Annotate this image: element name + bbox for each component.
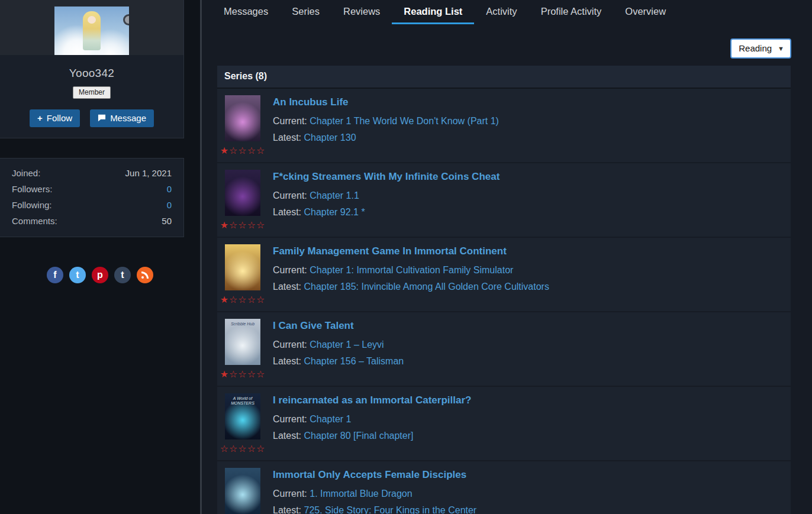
star-empty-icon: ☆ [247, 444, 256, 454]
avatar[interactable] [54, 7, 129, 55]
facebook-icon[interactable]: f [47, 267, 63, 283]
series-info: An Incubus LifeCurrent: Chapter 1 The Wo… [273, 95, 499, 156]
stats-card: Joined:Jun 1, 2021Followers:0Following:0… [0, 158, 184, 237]
series-cover[interactable] [225, 468, 260, 514]
cover-column [224, 468, 261, 514]
current-label: Current: [273, 340, 310, 350]
latest-chapter-link[interactable]: Chapter 92.1 * [304, 207, 365, 217]
latest-chapter-link[interactable]: Chapter 185: Invincible Among All Golden… [304, 282, 549, 292]
cover-column: A World of MONSTERS☆☆☆☆☆ [224, 393, 261, 454]
star-empty-icon: ☆ [256, 369, 265, 379]
tab-reading-list[interactable]: Reading List [392, 0, 474, 24]
cover-column: ★☆☆☆☆ [224, 170, 261, 231]
username: Yooo342 [0, 67, 183, 80]
series-cover[interactable]: A World of MONSTERS [225, 393, 260, 439]
tumblr-icon[interactable]: t [114, 267, 131, 283]
twitter-icon[interactable]: t [69, 267, 86, 283]
series-cover[interactable] [225, 244, 260, 290]
current-chapter-line: Current: Chapter 1 The World We Don't Kn… [273, 113, 499, 130]
star-empty-icon: ☆ [256, 444, 265, 454]
current-chapter-link[interactable]: Chapter 1: Immortal Cultivation Family S… [310, 265, 513, 275]
message-button[interactable]: Message [90, 109, 154, 127]
profile-card: Yooo342 Member + Follow Message [0, 0, 184, 138]
stat-value[interactable]: 0 [167, 184, 172, 195]
star-empty-icon: ☆ [229, 220, 238, 230]
current-chapter-link[interactable]: 1. Immortal Blue Dragon [310, 489, 412, 499]
rating-stars[interactable]: ★☆☆☆☆ [220, 368, 266, 380]
current-chapter-link[interactable]: Chapter 1 [310, 414, 351, 424]
latest-label: Latest: [273, 282, 304, 292]
rss-icon[interactable] [137, 267, 153, 283]
tab-messages[interactable]: Messages [212, 0, 280, 24]
reading-list-item: A World of MONSTERS☆☆☆☆☆I reincarnated a… [217, 387, 791, 460]
member-badge: Member [73, 86, 111, 99]
current-label: Current: [273, 414, 310, 424]
cover-title-text: Scribble Hub [227, 322, 259, 365]
latest-label: Latest: [273, 356, 304, 366]
plus-icon: + [37, 113, 43, 123]
latest-chapter-line: Latest: 725. Side Story: Four Kings in t… [273, 502, 476, 514]
tab-activity[interactable]: Activity [474, 0, 529, 24]
latest-chapter-link[interactable]: Chapter 80 [Final chapter] [304, 431, 413, 441]
stat-value: 50 [162, 216, 172, 227]
latest-chapter-link[interactable]: Chapter 130 [304, 132, 356, 143]
star-empty-icon: ☆ [247, 220, 256, 230]
filter-row: Reading ▼ [202, 24, 812, 59]
series-title-link[interactable]: Family Management Game In Immortal Conti… [273, 245, 507, 257]
current-chapter-link[interactable]: Chapter 1 The World We Don't Know (Part … [310, 116, 499, 126]
star-empty-icon: ☆ [238, 295, 247, 305]
cover-column: Scribble Hub★☆☆☆☆ [224, 319, 261, 380]
stat-label: Comments: [12, 216, 57, 227]
social-links: ftpt [0, 267, 200, 283]
rating-stars[interactable]: ★☆☆☆☆ [220, 294, 266, 305]
tab-overview[interactable]: Overview [613, 0, 678, 24]
cover-column: ★☆☆☆☆ [224, 244, 261, 305]
profile-page: Yooo342 Member + Follow Message Joined:J… [0, 0, 812, 514]
series-info: F*cking Streamers With My Infinite Coins… [273, 170, 500, 231]
series-info: I Can Give TalentCurrent: Chapter 1 – Le… [273, 319, 404, 380]
star-empty-icon: ☆ [220, 444, 229, 454]
series-cover[interactable]: Scribble Hub [225, 319, 260, 365]
stat-value: Jun 1, 2021 [125, 168, 172, 179]
series-cover[interactable] [225, 95, 260, 141]
series-cover[interactable] [225, 170, 260, 216]
rating-stars[interactable]: ☆☆☆☆☆ [220, 443, 266, 454]
star-empty-icon: ☆ [256, 295, 265, 305]
latest-chapter-link[interactable]: Chapter 156 – Talisman [304, 356, 404, 366]
tab-series[interactable]: Series [280, 0, 331, 24]
tab-reviews[interactable]: Reviews [331, 0, 392, 24]
current-chapter-link[interactable]: Chapter 1.1 [310, 190, 359, 201]
series-title-link[interactable]: An Incubus Life [273, 96, 349, 108]
star-filled-icon: ★ [220, 295, 229, 305]
latest-chapter-link[interactable]: 725. Side Story: Four Kings in the Cente… [304, 505, 476, 514]
series-title-link[interactable]: Immortal Only Accepts Female Disciples [273, 469, 466, 481]
stat-label: Joined: [12, 168, 40, 179]
series-title-link[interactable]: I Can Give Talent [273, 320, 354, 332]
star-empty-icon: ☆ [238, 369, 247, 379]
latest-label: Latest: [273, 431, 304, 441]
reading-list-item: ★☆☆☆☆F*cking Streamers With My Infinite … [217, 163, 791, 237]
star-empty-icon: ☆ [256, 220, 265, 230]
cover-title-text: A World of MONSTERS [227, 396, 259, 439]
rating-stars[interactable]: ★☆☆☆☆ [220, 145, 266, 156]
tab-profile-activity[interactable]: Profile Activity [529, 0, 614, 24]
star-empty-icon: ☆ [238, 146, 247, 156]
current-chapter-link[interactable]: Chapter 1 – Leyvi [310, 340, 384, 350]
badge-wrap: Member [0, 86, 183, 99]
stat-value[interactable]: 0 [167, 200, 172, 211]
follow-button[interactable]: + Follow [30, 109, 80, 127]
stat-row: Following:0 [0, 198, 183, 214]
star-filled-icon: ★ [220, 369, 229, 379]
stat-label: Following: [12, 200, 52, 211]
reading-list-item: ★☆☆☆☆An Incubus LifeCurrent: Chapter 1 T… [217, 89, 791, 162]
series-info: Family Management Game In Immortal Conti… [273, 244, 549, 305]
stat-row: Followers:0 [0, 182, 183, 198]
profile-actions: + Follow Message [0, 109, 183, 127]
series-title-link[interactable]: I reincarnated as an Immortal Caterpilla… [273, 395, 471, 406]
rating-stars[interactable]: ★☆☆☆☆ [220, 219, 266, 231]
pinterest-icon[interactable]: p [92, 267, 108, 283]
series-title-link[interactable]: F*cking Streamers With My Infinite Coins… [273, 171, 500, 183]
current-label: Current: [273, 116, 310, 126]
stat-label: Followers: [12, 184, 52, 195]
reading-status-filter-select[interactable]: Reading ▼ [730, 38, 791, 59]
